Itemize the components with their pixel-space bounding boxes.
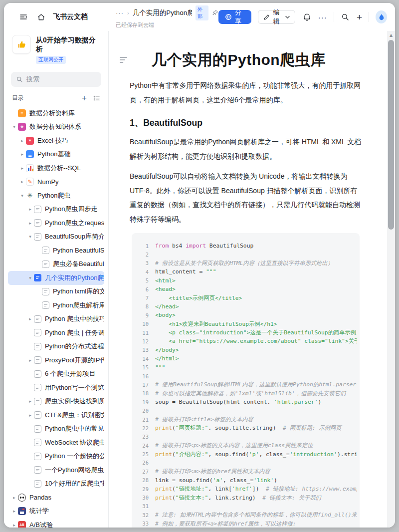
line-number: 20 [137,408,149,414]
doc-title[interactable]: 几个实用的Python爬虫库 [152,50,364,70]
breadcrumb-more-button[interactable]: ··· [116,9,124,16]
sidebar-search-input[interactable]: 搜索 [11,72,101,87]
tree-item[interactable]: ▸Python爬虫四步走 [8,203,104,217]
doc-paragraph[interactable]: Python中有非常多用于网络数据采集的库，功能非常强大，有的用于抓取网页，有的… [130,78,364,107]
doc-paragraph[interactable]: BeautifulSoup可以自动将输入文档转换为 Unicode，将输出文档转… [130,169,364,226]
sidebar-collapse-icon[interactable] [18,11,29,22]
tree-item-label: ProxyPool开源的IP代理池 [45,356,104,365]
edit-mode-button[interactable]: 编辑 [258,10,295,24]
tree-arrow-icon[interactable]: ▾ [26,234,34,239]
tree-item[interactable]: Python的分布式进程接... [8,340,104,354]
avatar[interactable] [376,10,387,23]
tree-item[interactable]: Python爬虫中的常见加... [8,422,104,436]
tree-arrow-icon[interactable]: ▸ [26,316,34,321]
tree-item-label: Python爬虫解析库lx... [53,301,104,310]
scrollbar-track[interactable]: ▲ [387,31,395,528]
tree-item[interactable]: Python 爬虫 | 任务调度... [8,326,104,340]
tree-arrow-icon[interactable]: ▾ [18,193,26,198]
search-icon[interactable] [341,11,350,22]
outline-list-icon[interactable] [93,94,100,102]
document-area[interactable]: 几个实用的Python爬虫库 Python中有非常多用于网络数据采集的库，功能非… [109,31,387,528]
space-header[interactable]: 从0开始学习数据分析 互联网公开 [4,31,108,69]
tree-item[interactable]: ▾几个实用的Python爬虫库 [8,271,104,285]
share-button[interactable]: 分享 [218,10,252,24]
tree-arrow-icon[interactable]: ▸ [18,166,26,171]
code-line: 19soup = BeautifulSoup(html_content, 'ht… [137,398,357,406]
tree-item[interactable]: ▸数据分析--SQL [8,161,104,175]
breadcrumb-doc-title[interactable]: 几个实用的Python爬... [133,8,192,17]
create-new-button[interactable]: + [357,12,362,22]
tree-item[interactable]: Python爬虫解析库lx... [8,298,104,312]
tree-item-label: 统计学 [29,507,49,516]
line-number: 27 [137,469,149,475]
doc-icon [34,480,41,488]
code-line: 5<html> [137,276,357,285]
tree-item[interactable]: Python BeautifulSou... [8,244,104,258]
floppy-icon [18,507,26,515]
add-page-button[interactable]: + [82,94,87,102]
tree-item[interactable]: ▸ProxyPool开源的IP代理池 [8,353,104,367]
tree-item[interactable]: ▾BeautifulSoup库简介 [8,230,104,244]
tree-item[interactable]: ▸Pandas [8,491,104,505]
doc-icon [34,206,41,213]
tree-arrow-icon[interactable]: ▸ [26,413,34,418]
tree-arrow-icon[interactable]: ▾ [26,275,34,280]
code-line: 22print("网页标题:", soup.title.string) # 网页… [137,424,357,432]
tree-arrow-icon[interactable]: ▸ [18,138,26,143]
tree-item[interactable]: ▸统计学 [8,505,104,519]
line-number: 33 [137,521,149,527]
tree-item[interactable]: 6 个爬虫开源项目 [8,367,104,381]
tree-arrow-icon[interactable]: ▾ [10,124,18,129]
tree-item[interactable]: 用Python写一个浏览器... [8,381,104,395]
tree-item-label: Python爬虫中的常见加... [45,424,104,433]
tree-item-label: 数据分析--SQL [37,164,81,173]
tree-item[interactable]: 10个好用的"反爬虫"措... [8,477,104,491]
notifications-bell-icon[interactable] [302,11,311,22]
more-actions-button[interactable]: ··· [318,13,327,21]
tree-arrow-icon[interactable]: ▸ [26,399,34,404]
tree-arrow-icon[interactable]: ▸ [26,358,34,363]
tree-item[interactable]: ▸NumPy [8,175,104,189]
tree-arrow-icon[interactable]: ▸ [18,152,26,157]
scrollbar-thumb[interactable] [388,40,394,230]
toc-outline-icon[interactable] [120,56,128,63]
home-icon[interactable] [35,11,46,22]
doc-paragraph[interactable]: BeautifulSoup是最常用的Python网页解析库之一，可将 HTML … [130,135,364,163]
pin-icon[interactable] [212,9,218,16]
tree-item[interactable]: ▸Python爬虫之requests... [8,216,104,230]
tree-arrow-icon[interactable]: ▸ [18,179,26,184]
tree-item[interactable]: Python lxml库的文... [8,285,104,299]
tree-item[interactable]: ▸A/B试验 [8,518,104,528]
code-block[interactable]: 1from bs4 import BeautifulSoup23# 假设这是从某… [132,233,360,528]
line-number: 29 [137,486,149,492]
tree-item[interactable]: 一个Python网络爬虫数... [8,463,104,477]
code-lines: 1from bs4 import BeautifulSoup23# 假设这是从某… [137,242,357,528]
tree-item[interactable]: ▾数据分析知识体系 [8,120,104,134]
tree-item[interactable]: Python 一个超快的公共... [8,450,104,464]
section-heading[interactable]: 1、BeautifulSoup [130,117,364,129]
tree-item[interactable]: ▸Python 爬虫中的技巧 [8,312,104,326]
tree-arrow-icon[interactable]: ▸ [10,495,18,500]
code-line: 33# 例如，要获取所有<a>标签的href属性，可以这样做: [137,520,357,528]
tree-item-label: A/B试验 [29,521,53,528]
tree-item[interactable]: WebSocket 协议爬虫，... [8,436,104,450]
tree-item[interactable]: ▾Python爬虫 [8,189,104,203]
globe-icon [225,13,232,20]
tree-item-label: 数据分析知识体系 [29,122,81,131]
tree-arrow-icon[interactable]: ▸ [26,207,34,212]
edit-button-label: 编辑 [273,8,282,26]
tree-item[interactable]: 数据分析资料库 [8,106,104,120]
code-line: 23 [137,433,357,441]
pencil-icon [263,14,270,20]
tree-arrow-icon[interactable]: ▸ [26,221,34,226]
tree-arrow-icon[interactable]: ▸ [10,509,18,514]
tree-item[interactable]: 爬虫必备Beautiful S... [8,258,104,271]
tree-arrow-icon[interactable]: ▸ [10,523,18,528]
scroll-up-arrow-icon[interactable]: ▲ [387,33,395,37]
tree-item[interactable]: ▸CTF&爬虫：识别密文加... [8,408,104,422]
code-line: 1from bs4 import BeautifulSoup [137,242,357,250]
doc-icon [34,425,41,433]
tree-item[interactable]: ▸Excel-技巧 [8,134,104,148]
tree-item[interactable]: ▸Python基础 [8,148,104,162]
tree-item[interactable]: ▸爬虫实例-快速找到所有... [8,395,104,409]
